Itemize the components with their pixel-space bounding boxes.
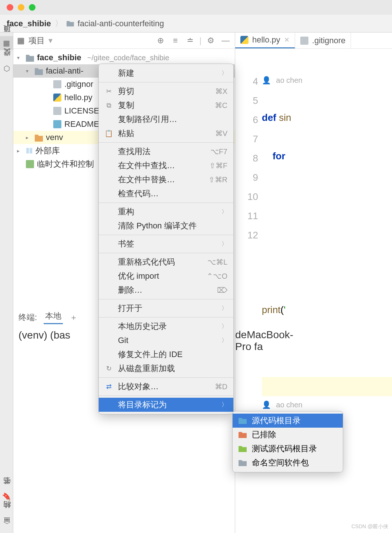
cm-git[interactable]: Git〉 — [99, 333, 233, 347]
cm-reload[interactable]: ↻从磁盘重新加载 — [99, 361, 233, 376]
cm-local-history[interactable]: 本地历史记录〉 — [99, 319, 233, 333]
cm-delete[interactable]: 删除…⌦ — [99, 283, 233, 297]
project-tool-tab[interactable]: ▦ 项目 — [0, 36, 13, 50]
tree-root-row[interactable]: ▾ face_shibie~/gitee_code/face_shibie — [13, 51, 235, 64]
cm-new[interactable]: 新建〉 — [99, 66, 233, 80]
python-file-icon — [240, 36, 249, 44]
folder-icon — [239, 459, 247, 466]
editor-tab-hello[interactable]: hello.py✕ — [235, 33, 295, 48]
expand-all-icon[interactable]: ≡ — [170, 35, 181, 46]
window-maximize-button[interactable] — [29, 4, 36, 11]
copy-icon: ⧉ — [105, 101, 113, 109]
folder-icon — [239, 445, 247, 452]
cm-fix-ide[interactable]: 修复文件上的 IDE — [99, 347, 233, 361]
cm-compare[interactable]: ⇄比较对象…⌘D — [99, 380, 233, 394]
left-tool-tabs: ▦ 项目 ⬡ 提交 🔖 书签 🏛 结构 — [0, 33, 13, 533]
collapse-all-icon[interactable]: ≐ — [185, 35, 196, 46]
terminal-tab-local[interactable]: 本地 — [44, 310, 63, 324]
watermark: CSDN @匿小侠 — [351, 523, 388, 530]
breadcrumb-child[interactable]: facial-anti-counterfeiting — [78, 19, 164, 28]
cm-replace-in-files[interactable]: 在文件中替换…⇧⌘R — [99, 173, 233, 187]
md-file-icon — [53, 120, 61, 128]
cm-refactor[interactable]: 重构〉 — [99, 205, 233, 219]
cm-copy-path[interactable]: 复制路径/引用… — [99, 112, 233, 126]
reload-icon: ↻ — [105, 364, 113, 373]
paste-icon: 📋 — [105, 129, 113, 138]
cm-mark-directory[interactable]: 将目录标记为〉 — [99, 398, 233, 412]
context-menu: 新建〉 ✂剪切⌘X ⧉复制⌘C 复制路径/引用… 📋粘贴⌘V 查找用法⌥F7 在… — [98, 64, 234, 414]
author-annotation: 👤 ao chen — [262, 72, 392, 89]
cm-optimize[interactable]: 优化 import⌃⌥O — [99, 269, 233, 283]
editor-tab-gitignore[interactable]: .gitignore — [295, 33, 351, 48]
dropdown-icon[interactable]: ▾ — [48, 36, 53, 45]
cm-find-usages[interactable]: 查找用法⌥F7 — [99, 145, 233, 159]
titlebar — [0, 0, 392, 15]
cm-bookmarks[interactable]: 书签〉 — [99, 237, 233, 251]
project-pane-header: ▦ 项目 ▾ ⊕ ≡ ≐ | ⚙ — — [13, 33, 235, 49]
window-minimize-button[interactable] — [18, 4, 24, 11]
hide-icon[interactable]: — — [220, 35, 231, 46]
chevron-right-icon: 〉 — [55, 18, 63, 29]
gear-icon[interactable]: ⚙ — [205, 35, 216, 46]
cm-paste[interactable]: 📋粘贴⌘V — [99, 126, 233, 140]
commit-tool-tab[interactable]: ⬡ 提交 — [0, 61, 13, 75]
scissors-icon: ✂ — [105, 87, 113, 95]
folder-icon — [35, 133, 43, 142]
cm-cut[interactable]: ✂剪切⌘X — [99, 84, 233, 98]
scratch-icon — [26, 160, 34, 168]
compare-icon: ⇄ — [105, 383, 113, 391]
breadcrumb-root[interactable]: face_shibie — [7, 19, 51, 28]
window-close-button[interactable] — [7, 4, 13, 11]
terminal-header: 终端: 本地 ＋ — [13, 310, 78, 324]
folder-icon — [239, 417, 247, 424]
sm-test-root[interactable]: 测试源代码根目录 — [233, 442, 343, 456]
bookmarks-tool-tab[interactable]: 🔖 书签 — [0, 489, 13, 503]
pane-title[interactable]: 项目 — [28, 35, 45, 46]
select-target-icon[interactable]: ⊕ — [155, 35, 166, 46]
folder-icon — [35, 67, 43, 75]
terminal-body[interactable]: (venv) (basdeMacBook-Pro fa — [13, 329, 70, 341]
folder-icon — [67, 21, 74, 27]
pane-icon: ▦ — [17, 36, 25, 45]
cm-copy[interactable]: ⧉复制⌘C — [99, 98, 233, 112]
python-file-icon — [53, 94, 61, 102]
breadcrumb[interactable]: face_shibie 〉 facial-anti-counterfeiting — [0, 15, 392, 33]
structure-tool-tab[interactable]: 🏛 结构 — [0, 513, 13, 526]
sm-namespace[interactable]: 命名空间软件包 — [233, 456, 343, 470]
terminal-label: 终端: — [18, 312, 37, 323]
add-terminal-icon[interactable]: ＋ — [70, 312, 78, 323]
sm-source-root[interactable]: 源代码根目录 — [233, 414, 343, 428]
cm-clean-pyc[interactable]: 清除 Python 编译文件 — [99, 219, 233, 233]
cm-open-in[interactable]: 打开于〉 — [99, 301, 233, 315]
editor-tabs: hello.py✕ .gitignore — [235, 33, 392, 49]
folder-icon — [26, 54, 34, 62]
close-icon[interactable]: ✕ — [284, 36, 290, 44]
file-icon — [300, 37, 308, 45]
file-icon — [53, 80, 61, 88]
cm-reformat[interactable]: 重新格式化代码⌥⌘L — [99, 255, 233, 269]
folder-icon — [239, 431, 247, 438]
cm-find-in-files[interactable]: 在文件中查找…⇧⌘F — [99, 159, 233, 173]
file-icon — [53, 107, 61, 115]
mark-directory-submenu: 源代码根目录 已排除 测试源代码根目录 命名空间软件包 — [232, 411, 343, 472]
sm-excluded[interactable]: 已排除 — [233, 428, 343, 442]
cm-inspect[interactable]: 检查代码… — [99, 187, 233, 201]
